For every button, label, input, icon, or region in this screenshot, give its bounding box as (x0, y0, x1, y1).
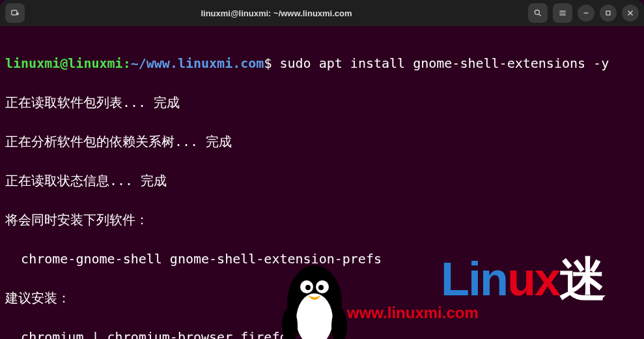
output-line: 正在分析软件包的依赖关系树... 完成 (5, 132, 639, 151)
prompt-user-host: linuxmi@linuxmi (5, 55, 123, 71)
window-titlebar: linuxmi@linuxmi: ~/www.linuxmi.com (0, 0, 644, 26)
window-title: linuxmi@linuxmi: ~/www.linuxmi.com (201, 8, 352, 18)
maximize-icon (604, 8, 613, 18)
prompt-colon: : (123, 55, 131, 71)
prompt-line: linuxmi@linuxmi:~/www.linuxmi.com$ sudo … (5, 53, 639, 73)
svg-point-1 (535, 10, 539, 14)
terminal-body[interactable]: linuxmi@linuxmi:~/www.linuxmi.com$ sudo … (0, 26, 644, 339)
output-line: 正在读取软件包列表... 完成 (5, 93, 639, 112)
search-icon (533, 8, 542, 18)
output-line: chromium | chromium-browser firefox (5, 327, 639, 339)
search-button[interactable] (528, 3, 548, 23)
close-button[interactable] (622, 5, 639, 22)
minimize-button[interactable] (578, 5, 595, 22)
menu-button[interactable] (553, 3, 572, 23)
prompt-dollar: $ (264, 55, 279, 71)
maximize-button[interactable] (600, 5, 617, 22)
svg-rect-2 (606, 11, 610, 15)
close-icon (626, 8, 635, 18)
prompt-path: ~/www.linuxmi.com (131, 55, 264, 71)
output-line: 正在读取状态信息... 完成 (5, 171, 639, 190)
output-line: 将会同时安装下列软件： (5, 210, 639, 229)
output-line: chrome-gnome-shell gnome-shell-extension… (5, 249, 639, 269)
output-line: 建议安装： (5, 288, 639, 308)
new-tab-button[interactable] (5, 3, 25, 23)
hamburger-icon (558, 8, 567, 18)
terminal-plus-icon (10, 8, 20, 18)
svg-rect-0 (12, 10, 17, 15)
minimize-icon (581, 8, 591, 18)
command-text: sudo apt install gnome-shell-extensions … (279, 55, 609, 71)
